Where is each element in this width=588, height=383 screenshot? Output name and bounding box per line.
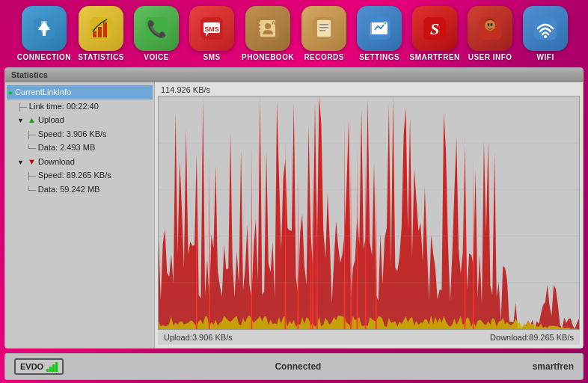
main-panel: Statistics ● CurrentLinkInfo ├─ Link tim… <box>4 67 584 349</box>
tree-item-currentlinkinfo[interactable]: ● CurrentLinkInfo <box>7 85 153 99</box>
svg-text:ABC: ABC <box>272 20 281 25</box>
svg-rect-24 <box>319 30 325 31</box>
evdo-box: EVDO <box>14 358 64 375</box>
stats-body: ● CurrentLinkInfo ├─ Link time: 00:22:40… <box>5 82 583 348</box>
signal-bar-2 <box>49 367 52 372</box>
voice-label: VOICE <box>144 53 169 61</box>
status-carrier: smartfren <box>533 361 574 372</box>
evdo-text: EVDO <box>20 362 43 371</box>
settings-icon <box>357 6 402 51</box>
svg-text:📞: 📞 <box>147 19 168 39</box>
nav-item-connection[interactable]: CONNECTION <box>17 6 71 61</box>
phonebook-label: PHONEBOOK <box>242 53 294 61</box>
wifi-icon <box>523 6 568 51</box>
svg-rect-28 <box>370 22 372 34</box>
svg-rect-22 <box>319 24 328 25</box>
smartfren-label: SMARTFREN <box>410 53 460 61</box>
signal-bar-4 <box>55 362 58 372</box>
svg-point-33 <box>488 23 490 26</box>
wifi-label: WIFI <box>537 53 554 61</box>
tree-item-upload-speed: ├─ Speed: 3.906 KB/s <box>7 127 153 141</box>
chart-top-label: 114.926 KB/s <box>158 85 580 94</box>
tree-item-download-speed: ├─ Speed: 89.265 KB/s <box>7 168 153 183</box>
status-connected: Connected <box>275 361 321 372</box>
svg-rect-17 <box>259 26 262 28</box>
tree-panel: ● CurrentLinkInfo ├─ Link time: 00:22:40… <box>5 82 155 348</box>
top-navigation: CONNECTION STATISTICS 📞 VOICE <box>0 0 588 67</box>
sms-icon: SMS <box>189 6 234 51</box>
signal-bar-1 <box>46 369 49 372</box>
stats-header: Statistics <box>5 68 583 82</box>
svg-text:SMS: SMS <box>204 25 219 33</box>
svg-point-15 <box>265 23 271 29</box>
voice-icon: 📞 <box>134 6 179 51</box>
svg-point-32 <box>485 20 495 31</box>
svg-point-27 <box>384 22 387 25</box>
userinfo-icon <box>468 6 512 51</box>
download-label: Download:89.265 KB/s <box>490 333 574 342</box>
statistics-icon <box>79 6 123 51</box>
nav-item-userinfo[interactable]: USER INFO <box>465 6 515 61</box>
phonebook-icon: ABC <box>245 6 290 51</box>
svg-text:S: S <box>430 19 439 38</box>
settings-label: SETTINGS <box>359 53 399 61</box>
connection-icon <box>22 6 67 51</box>
tree-item-upload[interactable]: ▼ ▲ Upload <box>7 113 153 127</box>
userinfo-label: USER INFO <box>468 53 512 61</box>
nav-item-smartfren[interactable]: S SMARTFREN <box>409 6 460 61</box>
signal-bar-3 <box>52 364 55 372</box>
svg-rect-5 <box>98 27 102 37</box>
svg-rect-6 <box>103 22 107 37</box>
svg-point-36 <box>544 35 547 38</box>
statistics-label: STATISTICS <box>78 53 124 61</box>
nav-item-settings[interactable]: SETTINGS <box>354 6 405 61</box>
chart-bottom-labels: Upload:3.906 KB/s Download:89.265 KB/s <box>158 330 580 345</box>
svg-point-34 <box>491 23 493 26</box>
status-left: EVDO <box>14 358 64 375</box>
records-label: RECORDS <box>304 53 344 61</box>
svg-rect-23 <box>319 27 328 28</box>
chart-container <box>158 96 580 330</box>
tree-item-linktime: ├─ Link time: 00:22:40 <box>7 99 153 114</box>
svg-rect-16 <box>259 22 262 24</box>
svg-rect-4 <box>93 31 97 37</box>
signal-bars <box>46 361 58 372</box>
nav-item-statistics[interactable]: STATISTICS <box>76 6 126 61</box>
nav-item-sms[interactable]: SMS SMS <box>186 6 237 61</box>
upload-label: Upload:3.906 KB/s <box>164 333 233 342</box>
nav-item-wifi[interactable]: WIFI <box>520 6 571 61</box>
status-bar: EVDO Connected smartfren <box>4 353 584 380</box>
svg-rect-18 <box>259 30 262 31</box>
connection-label: CONNECTION <box>17 53 71 61</box>
tree-item-download[interactable]: ▼ ▼ Download <box>7 155 153 169</box>
sms-label: SMS <box>203 53 220 61</box>
records-icon <box>301 6 346 51</box>
nav-item-records[interactable]: RECORDS <box>298 6 349 61</box>
smartfren-icon: S <box>412 6 457 51</box>
tree-item-upload-data: └─ Data: 2.493 MB <box>7 141 153 155</box>
chart-panel: 114.926 KB/s Upload:3.906 KB/s Download:… <box>155 82 583 348</box>
svg-rect-21 <box>317 20 331 37</box>
nav-item-voice[interactable]: 📞 VOICE <box>131 6 182 61</box>
nav-item-phonebook[interactable]: ABC PHONEBOOK <box>242 6 294 61</box>
tree-item-download-data: └─ Data: 59.242 MB <box>7 183 153 197</box>
